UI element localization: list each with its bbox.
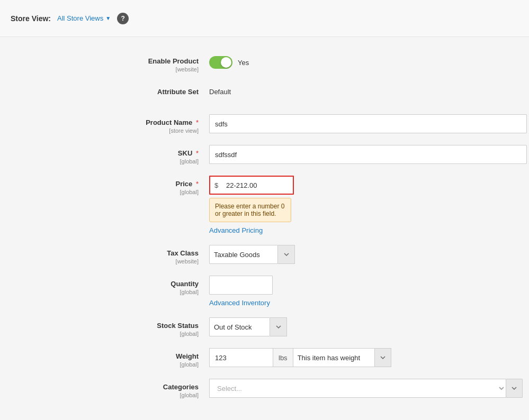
enable-product-scope: [website] [11,66,199,72]
product-name-row: Product Name * [store view] [11,114,518,134]
stock-status-row: Stock Status [global] Out of Stock In St… [11,317,518,337]
sku-scope: [global] [11,158,199,165]
price-error-message: Please enter a number 0 or greater in th… [215,203,284,217]
sku-label: SKU [178,149,192,157]
enable-product-label-col: Enable Product [website] [11,53,209,72]
enable-product-row: Enable Product [website] Yes [11,53,518,73]
attribute-set-value: Default [209,84,231,96]
quantity-input[interactable] [209,276,273,295]
price-scope: [global] [11,189,199,195]
weight-row: Weight [global] lbs This item has weight… [11,348,518,368]
sku-label-col: SKU * [global] [11,145,209,165]
stock-status-select-wrapper: Out of Stock In Stock [209,317,287,336]
categories-label-col: Categories [global] [11,379,209,398]
quantity-label: Quantity [171,280,199,288]
toggle-yes-label: Yes [238,59,249,67]
tax-class-row: Tax Class [website] Taxable Goods None [11,245,518,265]
price-input[interactable] [209,176,294,195]
categories-control: Select... [209,379,523,398]
top-bar: Store View: All Store Views ▼ ? [0,0,529,37]
categories-select[interactable]: Select... [209,379,506,398]
stock-status-label-col: Stock Status [global] [11,317,209,337]
tax-class-control: Taxable Goods None [209,245,518,264]
categories-row: Categories [global] Select... [11,379,518,399]
tax-class-label: Tax Class [167,249,199,257]
chevron-down-icon [284,252,289,257]
price-error-tooltip: Please enter a number 0 or greater in th… [209,198,291,222]
quantity-scope: [global] [11,289,199,295]
stock-status-label: Stock Status [157,322,199,330]
store-view-value: All Store Views [57,14,103,22]
enable-product-toggle[interactable] [209,56,232,69]
categories-select-wrapper: Select... [209,379,523,398]
store-view-label: Store View: [11,14,51,23]
price-label: Price [176,180,193,188]
quantity-control: Advanced Inventory [209,276,518,307]
weight-container: lbs This item has weight This item has n… [209,348,391,367]
product-name-input[interactable] [209,114,527,133]
weight-unit: lbs [273,348,293,367]
weight-input[interactable] [209,348,273,367]
store-view-select[interactable]: All Store Views ▼ [57,14,111,22]
price-row: Price * [global] $ Please enter a number… [11,176,518,234]
price-label-col: Price * [global] [11,176,209,195]
stock-status-select[interactable]: Out of Stock In Stock [209,317,270,336]
price-currency: $ [214,181,218,189]
toggle-knob [221,57,231,68]
store-view-dropdown-arrow: ▼ [105,15,111,21]
enable-product-toggle-wrapper: Yes [209,53,249,69]
tax-class-select-wrapper: Taxable Goods None [209,245,295,264]
product-name-label: Product Name [146,118,192,126]
weight-type-dropdown-btn[interactable] [374,348,391,367]
sku-control [209,145,527,164]
categories-scope: [global] [11,392,199,398]
tax-class-dropdown-btn[interactable] [278,245,295,264]
help-icon[interactable]: ? [117,13,129,24]
attribute-set-label-col: Attribute Set [11,84,209,96]
product-name-label-col: Product Name * [store view] [11,114,209,134]
sku-required: * [196,149,199,157]
quantity-row: Quantity [global] Advanced Inventory [11,276,518,307]
chevron-down-icon [512,386,517,391]
price-control: $ Please enter a number 0 or greater in … [209,176,518,234]
attribute-set-control: Default [209,84,518,96]
stock-status-control: Out of Stock In Stock [209,317,518,336]
enable-product-control: Yes [209,53,518,69]
weight-control: lbs This item has weight This item has n… [209,348,518,367]
sku-row: SKU * [global] [11,145,518,165]
weight-label-col: Weight [global] [11,348,209,368]
attribute-set-label: Attribute Set [157,88,199,96]
weight-type-select[interactable]: This item has weight This item has no we… [293,348,374,367]
weight-scope: [global] [11,361,199,368]
advanced-pricing-link[interactable]: Advanced Pricing [209,226,263,234]
price-input-container: $ [209,176,294,195]
categories-label: Categories [163,383,199,391]
product-name-required: * [196,118,199,126]
product-name-control [209,114,527,133]
product-name-scope: [store view] [11,127,199,134]
tax-class-select[interactable]: Taxable Goods None [209,245,278,264]
tax-class-scope: [website] [11,258,199,264]
sku-input[interactable] [209,145,527,164]
stock-status-dropdown-btn[interactable] [270,317,287,336]
advanced-inventory-link[interactable]: Advanced Inventory [209,299,270,307]
chevron-down-icon [276,324,281,330]
tax-class-label-col: Tax Class [website] [11,245,209,264]
stock-status-scope: [global] [11,331,199,337]
main-content: Enable Product [website] Yes Attribute S… [0,37,529,420]
categories-dropdown-btn[interactable] [506,379,523,398]
enable-product-label: Enable Product [148,57,199,65]
weight-label: Weight [176,352,199,360]
chevron-down-icon [380,355,385,360]
quantity-label-col: Quantity [global] [11,276,209,295]
price-required: * [196,180,199,188]
attribute-set-row: Attribute Set Default [11,84,518,104]
